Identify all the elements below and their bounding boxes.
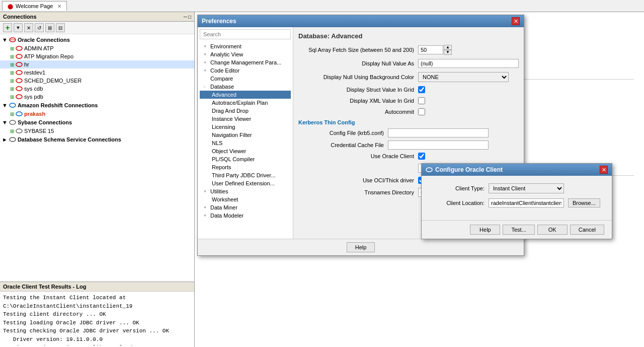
panel-maximize-btn[interactable]: □ — [188, 14, 191, 20]
pref-instance-viewer[interactable]: Instance Viewer — [200, 115, 291, 123]
plus-icon: ⊞ — [10, 128, 14, 134]
plus-icon: ⊞ — [10, 62, 14, 67]
preferences-help-btn[interactable]: Help — [347, 242, 375, 252]
pref-nls[interactable]: NLS — [200, 139, 291, 147]
conn-sys-pdb[interactable]: ⊞ sys pdb — [0, 93, 194, 101]
pref-autotrace[interactable]: Autotrace/Explain Plan — [200, 99, 291, 107]
preferences-titlebar: Preferences ✕ — [198, 15, 524, 27]
client-type-select[interactable]: Instant Client Oracle Home — [489, 183, 564, 193]
properties-btn[interactable]: ⊞ — [45, 23, 54, 32]
tab-close-btn[interactable]: ✕ — [57, 4, 61, 9]
conn-hr[interactable]: ⊞ hr — [0, 60, 194, 68]
pref-utilities[interactable]: + Utilities — [200, 187, 291, 195]
conn-admin-atp[interactable]: ⊞ ADMIN ATP — [0, 44, 194, 52]
sybase-header[interactable]: ▼ Sybase Connections — [0, 118, 194, 127]
preferences-footer: Help — [198, 239, 524, 255]
sybase-expander: ▼ — [2, 119, 8, 125]
pref-nav-filter[interactable]: Navigation Filter — [200, 131, 291, 139]
redshift-label: Amazon Redshift Connections — [18, 102, 98, 108]
conn-restdev1[interactable]: ⊞ restdev1 — [0, 68, 194, 77]
conn-icon-restdev1 — [16, 70, 23, 76]
tab-welcome[interactable]: ⬤ Welcome Page ✕ — [2, 1, 67, 11]
preferences-search[interactable] — [200, 29, 291, 39]
plus-icon: ⊞ — [10, 94, 14, 100]
autocommit-checkbox[interactable] — [418, 108, 425, 115]
pref-analytic-view[interactable]: + Analytic View — [200, 50, 291, 58]
display-xml-checkbox[interactable] — [418, 97, 425, 104]
pref-database[interactable]: - Database — [200, 83, 291, 91]
credential-cache-input[interactable] — [388, 141, 489, 150]
use-oracle-client-checkbox[interactable] — [418, 153, 425, 160]
svg-point-11 — [10, 120, 16, 124]
pref-compare[interactable]: + Compare — [200, 75, 291, 83]
pref-drag-drop[interactable]: Drag And Drop — [200, 107, 291, 115]
svg-point-8 — [16, 95, 22, 99]
pref-user-defined[interactable]: User Defined Extension... — [200, 179, 291, 187]
conn-sys-cdb[interactable]: ⊞ sys cdb — [0, 85, 194, 93]
pref-change-mgmt[interactable]: + Change Management Para... — [200, 58, 291, 66]
plus-icon: ⊞ — [10, 54, 14, 59]
schema-btn[interactable]: ⊟ — [56, 23, 65, 32]
config-file-input[interactable] — [388, 128, 489, 137]
log-line-5: Driver version: 19.11.0.0.0 — [3, 335, 191, 344]
spinner-down-btn[interactable]: ▼ — [444, 50, 452, 55]
conn-label: SYBASE 15 — [24, 128, 54, 134]
new-connection-btn[interactable]: + — [3, 23, 12, 32]
schema-service-icon — [9, 136, 16, 143]
pref-advanced[interactable]: Advanced — [200, 91, 291, 99]
pref-licensing[interactable]: Licensing — [200, 123, 291, 131]
configure-cancel-btn[interactable]: Cancel — [570, 225, 604, 235]
conn-sybase15[interactable]: ⊞ SYBASE 15 — [0, 127, 194, 135]
conn-sched-demo[interactable]: ⊞ SCHED_DEMO_USER — [0, 77, 194, 85]
plus-icon: ⊞ — [10, 46, 14, 51]
configure-test-btn[interactable]: Test... — [503, 225, 534, 235]
pref-content-title: Database: Advanced — [298, 32, 519, 40]
redshift-header[interactable]: ▼ Amazon Redshift Connections — [0, 101, 194, 110]
configure-help-btn[interactable]: Help — [470, 225, 500, 235]
spinner-buttons: ▲ ▼ — [444, 45, 452, 55]
svg-point-10 — [16, 112, 22, 116]
disconnect-btn[interactable]: ✕ — [24, 23, 33, 32]
display-null-bg-select[interactable]: NONE Yellow Red Green — [418, 72, 509, 82]
dropdown-btn[interactable]: ▼ — [14, 23, 23, 32]
svg-point-2 — [16, 46, 22, 50]
log-header: Oracle Client Test Results - Log — [0, 282, 194, 292]
oracle-expander: ▼ — [2, 37, 8, 43]
refresh-btn[interactable]: ↺ — [35, 23, 44, 32]
display-null-input[interactable] — [418, 59, 519, 68]
configure-body: Client Type: Instant Client Oracle Home … — [422, 176, 612, 220]
pref-worksheet[interactable]: Worksheet — [200, 195, 291, 203]
connections-toolbar: + ▼ ✕ ↺ ⊞ ⊟ — [0, 22, 194, 34]
schema-expander: ► — [2, 136, 8, 143]
client-location-input[interactable] — [489, 198, 564, 207]
configure-close-btn[interactable]: ✕ — [600, 166, 608, 174]
oracle-connections-header[interactable]: ▼ Oracle Connections — [0, 35, 194, 44]
pref-code-editor[interactable]: + Code Editor — [200, 66, 291, 75]
pref-data-modeler[interactable]: + Data Modeler — [200, 212, 291, 220]
main-area: Connections ─ □ + ▼ ✕ ↺ ⊞ ⊟ ▼ — [0, 12, 644, 347]
pref-environment[interactable]: + Environment — [200, 42, 291, 50]
pref-reports[interactable]: Reports — [200, 163, 291, 171]
configure-ok-btn[interactable]: OK — [537, 225, 568, 235]
conn-prakash[interactable]: ⊞ prakash — [0, 110, 194, 118]
browse-btn[interactable]: Browse... — [568, 198, 600, 207]
spinner-up-btn[interactable]: ▲ — [444, 45, 452, 50]
sql-array-fetch-input[interactable] — [418, 45, 443, 54]
svg-point-7 — [16, 87, 22, 91]
schema-service-header[interactable]: ► Database Schema Service Connections — [0, 135, 194, 144]
pref-data-miner[interactable]: + Data Miner — [200, 203, 291, 212]
conn-atp-migration[interactable]: ⊞ ATP Migration Repo — [0, 52, 194, 60]
display-struct-checkbox[interactable] — [418, 86, 425, 93]
pref-third-party[interactable]: Third Party JDBC Driver... — [200, 171, 291, 179]
display-struct-row: Display Struct Value In Grid — [298, 86, 519, 93]
pref-object-viewer[interactable]: Object Viewer — [200, 147, 291, 155]
log-content[interactable]: Testing the Instant Client located at C:… — [0, 292, 194, 345]
display-null-bg-row: Display Null Using Background Color NONE… — [298, 72, 519, 82]
oracle-section-icon — [9, 36, 16, 43]
panel-minimize-btn[interactable]: ─ — [184, 14, 187, 20]
content-area: ORACLE SQL Developer Database Connection… — [195, 12, 644, 347]
oracle-connections-section: ▼ Oracle Connections ⊞ ADMIN ATP — [0, 35, 194, 101]
preferences-close-btn[interactable]: ✕ — [512, 17, 520, 25]
conn-label: restdev1 — [24, 70, 45, 76]
pref-plsql-compiler[interactable]: PL/SQL Compiler — [200, 155, 291, 163]
